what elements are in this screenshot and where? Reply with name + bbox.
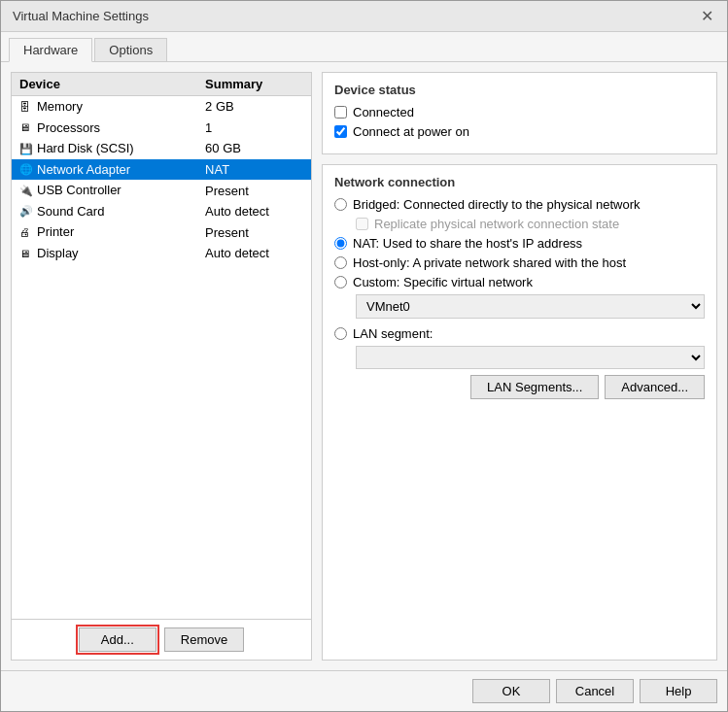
ok-button[interactable]: OK [472, 679, 550, 703]
device-cell: 🌐Network Adapter [12, 159, 197, 181]
lan-dropdown[interactable] [356, 346, 705, 369]
device-cell: 🗄Memory [12, 96, 197, 118]
summary-cell: 1 [197, 118, 311, 139]
radio-bridged-row: Bridged: Connected directly to the physi… [334, 197, 705, 212]
radio-hostonly[interactable] [334, 256, 347, 269]
left-buttons: Add... Remove [12, 619, 311, 660]
radio-lan-row: LAN segment: [334, 326, 705, 341]
left-panel: Device Summary 🗄Memory 2 GB 🖥Processors … [11, 72, 312, 661]
cancel-button[interactable]: Cancel [556, 679, 634, 703]
table-row[interactable]: 💾Hard Disk (SCSI) 60 GB [12, 138, 311, 159]
table-row[interactable]: 🖥Processors 1 [12, 118, 311, 139]
tabs-bar: Hardware Options [1, 32, 727, 62]
device-icon: 🖥 [19, 248, 33, 261]
replicate-checkbox[interactable] [356, 218, 368, 230]
action-buttons: LAN Segments... Advanced... [334, 375, 705, 399]
radio-replicate-row: Replicate physical network connection st… [356, 217, 705, 231]
device-cell: 🔌USB Controller [12, 180, 197, 201]
device-icon: 🔊 [19, 205, 33, 219]
radio-nat[interactable] [334, 237, 347, 250]
remove-button[interactable]: Remove [164, 627, 244, 652]
summary-cell: 2 GB [197, 96, 311, 118]
main-window: Virtual Machine Settings ✕ Hardware Opti… [0, 0, 728, 712]
table-row[interactable]: 🔌USB Controller Present [12, 180, 311, 201]
radio-hostonly-row: Host-only: A private network shared with… [334, 255, 705, 270]
network-connection-section: Network connection Bridged: Connected di… [322, 164, 717, 661]
window-title: Virtual Machine Settings [13, 9, 149, 23]
tab-options[interactable]: Options [94, 38, 167, 61]
power-on-row: Connect at power on [334, 124, 705, 139]
table-row[interactable]: 🔊Sound Card Auto detect [12, 201, 311, 222]
device-cell: 🖥Processors [12, 118, 197, 139]
radio-lan[interactable] [334, 327, 347, 340]
table-row[interactable]: 🌐Network Adapter NAT [12, 159, 311, 181]
power-on-checkbox[interactable] [334, 125, 347, 138]
radio-bridged[interactable] [334, 198, 347, 211]
col-summary: Summary [197, 73, 311, 96]
col-device: Device [12, 73, 197, 96]
device-icon: 🔌 [19, 185, 33, 198]
radio-hostonly-label[interactable]: Host-only: A private network shared with… [353, 255, 626, 270]
device-icon: 🖨 [19, 226, 33, 240]
radio-nat-label[interactable]: NAT: Used to share the host's IP address [353, 236, 582, 251]
bottom-buttons: OK Cancel Help [1, 670, 727, 711]
connected-label[interactable]: Connected [353, 105, 414, 119]
summary-cell: Auto detect [197, 201, 311, 222]
close-button[interactable]: ✕ [698, 8, 715, 25]
radio-custom[interactable] [334, 276, 347, 288]
device-cell: 💾Hard Disk (SCSI) [12, 138, 197, 159]
summary-cell: NAT [197, 159, 311, 181]
device-icon: 🌐 [19, 163, 33, 177]
power-on-label[interactable]: Connect at power on [353, 124, 469, 139]
device-status-title: Device status [334, 83, 705, 97]
radio-bridged-label[interactable]: Bridged: Connected directly to the physi… [353, 197, 641, 212]
radio-custom-row: Custom: Specific virtual network [334, 275, 705, 289]
radio-lan-label[interactable]: LAN segment: [353, 326, 433, 341]
device-icon: 💾 [19, 143, 33, 156]
replicate-label: Replicate physical network connection st… [374, 217, 619, 231]
add-button[interactable]: Add... [79, 627, 156, 652]
main-content: Device Summary 🗄Memory 2 GB 🖥Processors … [1, 62, 727, 670]
right-panel: Device status Connected Connect at power… [322, 72, 717, 661]
table-row[interactable]: 🗄Memory 2 GB [12, 96, 311, 118]
lan-segments-button[interactable]: LAN Segments... [470, 375, 599, 399]
summary-cell: 60 GB [197, 138, 311, 159]
device-cell: 🖨Printer [12, 221, 197, 243]
summary-cell: Auto detect [197, 243, 311, 264]
device-icon: 🗄 [19, 101, 33, 115]
summary-cell: Present [197, 221, 311, 243]
summary-cell: Present [197, 180, 311, 201]
radio-nat-row: NAT: Used to share the host's IP address [334, 236, 705, 251]
table-row[interactable]: 🖨Printer Present [12, 221, 311, 243]
radio-custom-label[interactable]: Custom: Specific virtual network [353, 275, 533, 289]
help-button[interactable]: Help [640, 679, 717, 703]
device-status-section: Device status Connected Connect at power… [322, 72, 717, 154]
advanced-button[interactable]: Advanced... [605, 375, 705, 399]
table-row[interactable]: 🖥Display Auto detect [12, 243, 311, 264]
connected-row: Connected [334, 105, 705, 119]
network-connection-title: Network connection [334, 175, 705, 189]
device-cell: 🖥Display [12, 243, 197, 264]
connected-checkbox[interactable] [334, 106, 347, 119]
title-bar: Virtual Machine Settings ✕ [1, 1, 727, 32]
tab-hardware[interactable]: Hardware [9, 38, 92, 62]
device-cell: 🔊Sound Card [12, 201, 197, 222]
device-icon: 🖥 [19, 121, 33, 135]
vmnet-dropdown[interactable]: VMnet0 [356, 294, 705, 319]
device-table: Device Summary 🗄Memory 2 GB 🖥Processors … [12, 73, 311, 619]
